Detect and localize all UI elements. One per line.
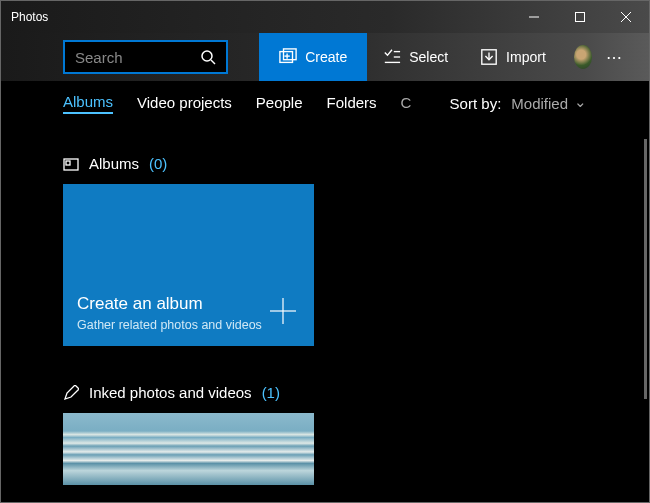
sort-control[interactable]: Sort by: Modified ⌄ <box>450 94 587 112</box>
albums-icon <box>63 156 79 172</box>
svg-rect-7 <box>284 49 297 60</box>
select-label: Select <box>409 49 448 65</box>
import-button[interactable]: Import <box>464 33 562 81</box>
pen-icon <box>63 385 79 401</box>
chevron-down-icon: ⌄ <box>574 93 587 111</box>
albums-section-count: (0) <box>149 155 167 172</box>
scrollbar[interactable] <box>644 139 647 399</box>
select-button[interactable]: Select <box>367 33 464 81</box>
tab-people[interactable]: People <box>256 94 303 113</box>
tab-albums[interactable]: Albums <box>63 93 113 114</box>
app-title: Photos <box>11 10 511 24</box>
create-label: Create <box>305 49 347 65</box>
create-album-title: Create an album <box>77 294 300 314</box>
inked-photo-thumbnail[interactable] <box>63 413 314 485</box>
window-controls <box>511 1 649 33</box>
sort-label: Sort by: <box>450 95 502 112</box>
svg-point-4 <box>202 51 212 61</box>
create-button[interactable]: Create <box>259 33 367 81</box>
tabbar: Albums Video projects People Folders C S… <box>1 81 649 125</box>
content-area: Albums (0) Create an album Gather relate… <box>1 125 649 502</box>
tab-folders[interactable]: Folders <box>327 94 377 113</box>
inked-section-header: Inked photos and videos (1) <box>63 384 587 401</box>
inked-section-label: Inked photos and videos <box>89 384 252 401</box>
create-album-tile[interactable]: Create an album Gather related photos an… <box>63 184 314 346</box>
more-button[interactable]: ⋯ <box>598 48 631 67</box>
tab-video-projects[interactable]: Video projects <box>137 94 232 113</box>
albums-section-label: Albums <box>89 155 139 172</box>
maximize-button[interactable] <box>557 1 603 33</box>
search-input[interactable]: Search <box>63 40 228 74</box>
plus-icon <box>268 296 298 326</box>
create-icon <box>279 48 297 66</box>
toolbar: Search Create Select Import ⋯ <box>1 33 649 81</box>
svg-rect-16 <box>66 161 70 165</box>
search-icon <box>200 49 216 65</box>
svg-rect-6 <box>280 52 293 63</box>
tab-truncated[interactable]: C <box>401 94 412 113</box>
minimize-button[interactable] <box>511 1 557 33</box>
close-button[interactable] <box>603 1 649 33</box>
create-album-subtitle: Gather related photos and videos <box>77 318 300 332</box>
search-placeholder: Search <box>75 49 200 66</box>
inked-section-count: (1) <box>262 384 280 401</box>
svg-line-5 <box>211 60 215 64</box>
select-icon <box>383 48 401 66</box>
albums-section-header: Albums (0) <box>63 155 587 172</box>
import-label: Import <box>506 49 546 65</box>
user-avatar[interactable] <box>574 45 592 69</box>
sort-value: Modified ⌄ <box>511 94 587 112</box>
titlebar: Photos <box>1 1 649 33</box>
import-icon <box>480 48 498 66</box>
svg-rect-1 <box>576 13 585 22</box>
